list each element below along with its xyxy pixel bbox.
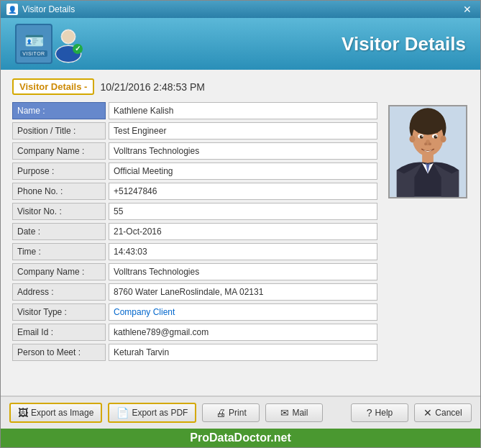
svg-point-15 [434,135,437,139]
field-value-purpose: Official Meeting [109,163,377,180]
table-row: Position / Title : Test Engineer [12,122,377,140]
field-value-position: Test Engineer [109,122,377,140]
table-row: Date : 21-Oct-2016 [12,223,377,240]
field-value-address: 8760 Water LaneRoslindale, MA 02131 [109,283,377,301]
field-label-visitor-type: Visitor Type : [12,303,106,321]
print-label: Print [229,408,247,418]
field-label-address: Address : [12,283,106,301]
visitor-details-window: 👤 Visitor Details ✕ 🪪 VISITOR ✓ [0,0,481,448]
print-icon: 🖨 [216,407,226,419]
table-row: Phone No. : +51247846 [12,183,377,200]
field-label-date: Date : [12,223,106,240]
table-row: Purpose : Official Meeting [12,163,377,180]
field-value-date: 21-Oct-2016 [109,223,377,240]
field-value-time: 14:43:03 [109,243,377,260]
watermark-text: ProDataDoctor.net [190,431,290,444]
main-content: Name : Kathlene Kalish Position / Title … [12,102,469,387]
print-button[interactable]: 🖨 Print [202,403,260,422]
field-value-name: Kathlene Kalish [109,102,377,119]
svg-point-17 [435,136,436,137]
help-icon: ? [367,407,372,419]
mail-label: Mail [292,408,308,418]
table-row: Address : 8760 Water LaneRoslindale, MA … [12,283,377,301]
help-label: Help [375,408,393,418]
content-area: Visitor Details - 10/21/2016 2:48:53 PM … [1,70,480,396]
cancel-button[interactable]: ✕ Cancel [414,403,472,422]
table-row: Email Id : kathlene789@gmail.com [12,324,377,341]
export-image-label: Export as Image [31,408,93,418]
field-value-phone: +51247846 [109,183,377,200]
title-bar-text: Visitor Details [22,4,75,14]
window-close-button[interactable]: ✕ [460,4,475,15]
field-value-company2: Volltrans Technologies [109,263,377,280]
title-bar-left: 👤 Visitor Details [6,4,75,15]
field-label-visitor-no: Visitor No. : [12,203,106,220]
field-label-position: Position / Title : [12,122,106,140]
export-pdf-button[interactable]: 📄 Export as PDF [108,403,196,423]
form-section: Name : Kathlene Kalish Position / Title … [12,102,377,387]
export-image-button[interactable]: 🖼 Export as Image [9,403,102,423]
help-button[interactable]: ? Help [351,403,408,422]
svg-point-9 [411,109,444,134]
field-label-person-to-meet: Person to Meet : [12,344,106,361]
watermark-bar: ProDataDoctor.net [1,429,480,447]
field-value-visitor-no: 55 [109,203,377,220]
section-title-box: Visitor Details - [12,78,94,95]
table-row: Person to Meet : Keturah Tarvin [12,344,377,361]
export-image-icon: 🖼 [18,407,28,419]
svg-point-14 [419,135,423,139]
svg-point-10 [409,135,415,142]
export-pdf-icon: 📄 [116,407,129,419]
check-person-icon: ✓ [52,28,84,64]
section-datetime: 10/21/2016 2:48:53 PM [100,81,205,93]
table-row: Time : 14:43:03 [12,243,377,260]
footer-bar: 🖼 Export as Image 📄 Export as PDF 🖨 Prin… [1,396,480,429]
header-banner: 🪪 VISITOR ✓ Visitor Details [1,18,480,70]
table-row: Visitor No. : 55 [12,203,377,220]
app-icon: 👤 [6,4,18,15]
field-label-email: Email Id : [12,324,106,341]
svg-point-16 [421,136,423,137]
photo-frame [388,105,467,198]
mail-icon: ✉ [280,407,289,419]
table-row: Company Name : Volltrans Technologies [12,263,377,280]
table-row: Name : Kathlene Kalish [12,102,377,119]
export-pdf-label: Export as PDF [132,408,188,418]
cancel-label: Cancel [435,408,462,418]
header-icons: 🪪 VISITOR ✓ [15,24,84,64]
id-badge-icon: 🪪 [24,32,44,50]
field-label-company: Company Name : [12,142,106,160]
field-label-company2: Company Name : [12,263,106,280]
svg-rect-21 [422,154,434,164]
svg-text:✓: ✓ [75,45,81,52]
svg-point-11 [440,135,446,142]
svg-point-20 [428,142,431,145]
table-row: Visitor Type : Company Client [12,303,377,321]
visitor-photo [390,106,466,198]
field-value-visitor-type: Company Client [109,303,377,321]
section-header: Visitor Details - 10/21/2016 2:48:53 PM [12,78,469,95]
header-title: Visitor Details [342,33,466,55]
title-bar: 👤 Visitor Details ✕ [1,1,480,18]
photo-section [386,102,469,387]
field-value-company: Volltrans Technologies [109,142,377,160]
field-label-purpose: Purpose : [12,163,106,180]
field-label-time: Time : [12,243,106,260]
visitor-card-icon: 🪪 VISITOR [15,24,52,64]
svg-point-2 [62,30,75,43]
table-row: Company Name : Volltrans Technologies [12,142,377,160]
field-label-phone: Phone No. : [12,183,106,200]
cancel-icon: ✕ [423,407,432,419]
field-label-name: Name : [12,102,106,119]
field-value-email: kathlene789@gmail.com [109,324,377,341]
visitor-label: VISITOR [20,50,47,57]
field-value-person-to-meet: Keturah Tarvin [109,344,377,361]
svg-point-19 [424,142,427,145]
mail-button[interactable]: ✉ Mail [265,403,323,422]
check-svg: ✓ [52,28,84,64]
